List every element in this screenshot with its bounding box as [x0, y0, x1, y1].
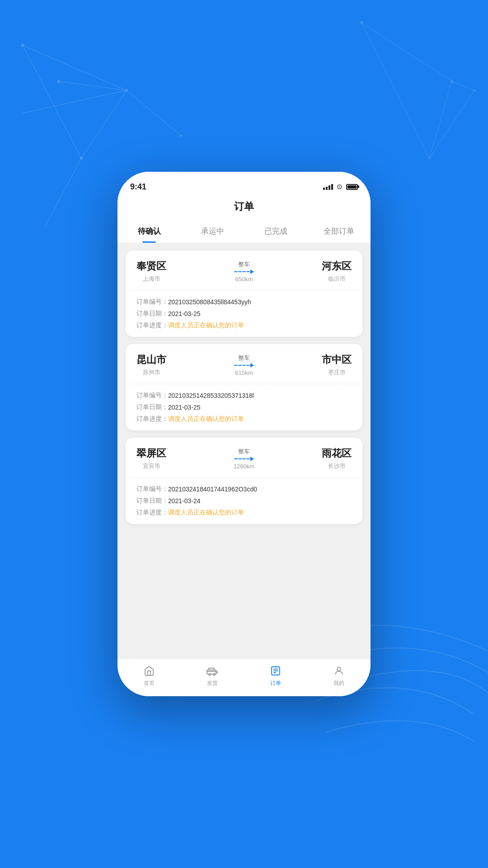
nav-ship[interactable]: 发货 — [181, 665, 244, 687]
from-point-2: 昆山市 苏州市 — [136, 353, 166, 377]
svg-point-9 — [125, 89, 128, 92]
svg-point-23 — [209, 674, 211, 675]
ship-icon — [206, 665, 219, 677]
page-title: 订单 — [234, 201, 254, 212]
svg-point-26 — [337, 667, 341, 671]
order-icon — [269, 665, 282, 677]
order-no-row-2: 订单编号： 202103251428533205371318l — [136, 392, 352, 400]
to-point-3: 雨花区 长沙市 — [322, 447, 352, 470]
nav-order[interactable]: 订单 — [244, 665, 307, 687]
order-progress-row-1: 订单进度： 调度人员正在确认您的订单 — [136, 321, 352, 330]
svg-point-11 — [57, 80, 60, 83]
order-no-row-1: 订单编号： 202103250808435ll84453yyh — [136, 298, 352, 306]
svg-line-15 — [361, 23, 429, 158]
tab-transit[interactable]: 承运中 — [181, 220, 244, 243]
order-list: 奉贤区 上海市 整车 650km — [117, 243, 371, 659]
order-route-2: 昆山市 苏州市 整车 615km — [126, 344, 362, 384]
svg-point-10 — [80, 157, 83, 160]
from-point-3: 翠屏区 宜宾市 — [136, 447, 166, 470]
status-icons: ⊙ — [323, 183, 358, 191]
svg-point-18 — [360, 21, 363, 24]
to-point-1: 河东区 临沂市 — [322, 259, 352, 283]
order-no-row-3: 订单编号： 20210324184017441962O3cd0 — [136, 485, 352, 493]
tab-bar: 待确认 承运中 已完成 全部订单 — [117, 220, 371, 243]
svg-line-4 — [45, 158, 81, 226]
svg-line-1 — [23, 45, 127, 90]
route-middle-2: 整车 615km — [172, 354, 316, 376]
route-arrow-3 — [234, 457, 254, 461]
order-progress-row-3: 订单进度： 调度人员正在确认您的订单 — [136, 509, 352, 517]
phone-frame: 9:41 ⊙ 订单 待确认 — [117, 172, 371, 696]
battery-icon — [346, 184, 358, 190]
from-point-1: 奉贤区 上海市 — [136, 259, 166, 283]
order-card-3[interactable]: 翠屏区 宜宾市 整车 1260km — [126, 438, 362, 524]
nav-home[interactable]: 首页 — [117, 665, 181, 687]
order-card-1[interactable]: 奉贤区 上海市 整车 650km — [126, 250, 362, 337]
tab-pending[interactable]: 待确认 — [117, 220, 181, 243]
route-arrow-1 — [234, 269, 254, 274]
order-progress-row-2: 订单进度： 调度人员正在确认您的订单 — [136, 415, 352, 423]
svg-line-5 — [127, 90, 181, 136]
order-card-2[interactable]: 昆山市 苏州市 整车 615km — [126, 344, 362, 430]
phone-screen: 9:41 ⊙ 订单 待确认 — [117, 172, 371, 696]
svg-line-13 — [361, 23, 452, 81]
order-date-row-2: 订单日期： 2021-03-25 — [136, 403, 352, 411]
svg-point-8 — [21, 44, 24, 47]
order-date-row-3: 订单日期： 2021-03-24 — [136, 497, 352, 505]
svg-point-20 — [428, 157, 430, 159]
status-time: 9:41 — [130, 182, 146, 192]
order-route-1: 奉贤区 上海市 整车 650km — [126, 250, 362, 291]
svg-line-7 — [59, 81, 127, 90]
svg-line-3 — [23, 45, 81, 158]
svg-point-19 — [450, 80, 453, 83]
order-details-3: 订单编号： 20210324184017441962O3cd0 订单日期： 20… — [126, 478, 362, 524]
order-date-row-1: 订单日期： 2021-03-25 — [136, 310, 352, 318]
order-route-3: 翠屏区 宜宾市 整车 1260km — [126, 438, 362, 478]
order-details-1: 订单编号： 202103250808435ll84453yyh 订单日期： 20… — [126, 291, 362, 337]
home-icon — [143, 665, 155, 677]
to-point-2: 市中区 枣庄市 — [322, 353, 352, 377]
svg-line-2 — [81, 90, 127, 158]
svg-point-12 — [180, 135, 182, 137]
tab-all[interactable]: 全部订单 — [307, 220, 371, 243]
svg-point-21 — [474, 90, 475, 91]
svg-point-24 — [213, 674, 215, 675]
svg-line-17 — [452, 81, 474, 90]
svg-line-16 — [429, 90, 474, 158]
route-arrow-2 — [234, 363, 254, 368]
wifi-icon: ⊙ — [337, 183, 343, 191]
route-middle-3: 整车 1260km — [172, 448, 316, 470]
status-bar: 9:41 ⊙ — [117, 172, 371, 195]
mine-icon — [333, 665, 345, 677]
route-middle-1: 整车 650km — [172, 260, 316, 283]
bottom-navigation: 首页 发货 — [117, 659, 371, 696]
page-header: 订单 — [117, 195, 371, 220]
order-details-2: 订单编号： 202103251428533205371318l 订单日期： 20… — [126, 384, 362, 430]
nav-mine[interactable]: 我的 — [307, 665, 371, 687]
svg-line-14 — [429, 81, 452, 158]
svg-line-6 — [23, 90, 127, 113]
signal-icon — [323, 184, 333, 190]
tab-completed[interactable]: 已完成 — [244, 220, 307, 243]
